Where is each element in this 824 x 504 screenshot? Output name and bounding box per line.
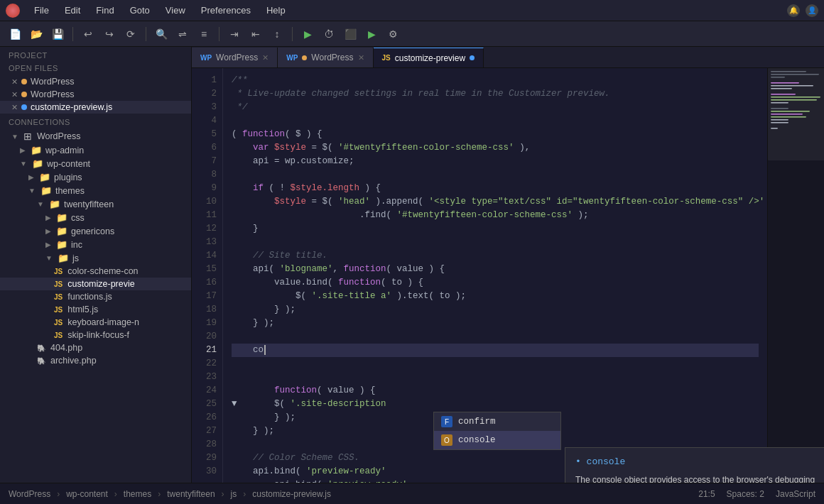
tree-wp-content[interactable]: ▼ 📁 wp-content	[0, 157, 191, 170]
tree-genericons[interactable]: ▶ 📁 genericons	[0, 224, 191, 238]
tab-wordpress-1[interactable]: WP WordPress ✕	[192, 48, 278, 67]
tree-color-scheme[interactable]: JS color-scheme-con	[0, 265, 191, 278]
redo-button[interactable]: ↪	[100, 25, 119, 43]
expand-arrow-plugins: ▶	[28, 173, 34, 181]
file-label-color-scheme: color-scheme-con	[67, 266, 138, 276]
play-button[interactable]: ▶	[362, 25, 381, 43]
tree-functions-js[interactable]: JS functions.js	[0, 290, 191, 303]
open-button[interactable]: 📂	[27, 25, 45, 43]
outdent-button[interactable]: ⇤	[246, 25, 265, 43]
connection-icon: ⊞	[23, 131, 32, 142]
notification-icon[interactable]: 🔔	[787, 4, 800, 17]
expand-arrow-css: ▶	[45, 214, 51, 221]
tab-js-icon: JS	[382, 54, 391, 62]
modified-dot-3	[21, 104, 27, 110]
tree-keyboard-image[interactable]: JS keyboard-image-n	[0, 316, 191, 329]
close-icon-2[interactable]: ✕	[11, 90, 18, 99]
tree-archive[interactable]: 🐘 archive.php	[0, 354, 191, 367]
menu-edit[interactable]: Edit	[58, 4, 87, 17]
tree-html5[interactable]: JS html5.js	[0, 303, 191, 316]
open-file-wordpress-2[interactable]: ✕ WordPress	[0, 88, 191, 101]
line-24: 24	[192, 384, 222, 398]
tab-customize-preview[interactable]: JS customize-preview	[374, 48, 484, 67]
tree-wp-admin[interactable]: ▶ 📁 wp-admin	[0, 143, 191, 157]
spaces-setting: Spaces: 2	[727, 489, 764, 499]
wrap-button[interactable]: ≡	[195, 25, 213, 43]
timer-button[interactable]: ⏱	[320, 25, 338, 43]
tree-css[interactable]: ▶ 📁 css	[0, 211, 191, 224]
breadcrumb-wp-content: wp-content	[66, 489, 108, 499]
line-19: 19	[192, 317, 222, 330]
search-button[interactable]: 🔍	[152, 25, 170, 43]
open-file-customize[interactable]: ✕ customize-preview.js	[0, 101, 191, 114]
tree-404[interactable]: 🐘 404.php	[0, 341, 191, 354]
expand-arrow-js: ▼	[45, 254, 53, 262]
toolbar-separator-1	[72, 27, 73, 41]
menu-find[interactable]: Find	[89, 4, 121, 17]
app-icon	[6, 4, 20, 18]
line-10: 10	[192, 195, 222, 209]
file-label-404: 404.php	[50, 343, 82, 353]
indent-button[interactable]: ⇥	[225, 25, 244, 43]
folder-label-genericons: genericons	[71, 226, 114, 236]
tooltip-description: The console object provides access to th…	[575, 473, 824, 483]
menu-goto[interactable]: Goto	[123, 4, 157, 17]
folder-icon-content: 📁	[32, 158, 43, 169]
replace-button[interactable]: ⇌	[173, 25, 192, 43]
tab-close-1[interactable]: ✕	[262, 53, 269, 62]
tab-close-2[interactable]: ✕	[358, 53, 364, 62]
ac-item-console[interactable]: O console	[434, 431, 560, 449]
expand-arrow-genericons: ▶	[45, 227, 51, 235]
menu-help[interactable]: Help	[259, 4, 293, 17]
tree-wordpress-connection[interactable]: ▼ ⊞ WordPress	[0, 129, 191, 143]
tooltip-panel: • console The console object provides ac…	[565, 447, 824, 483]
undo-button[interactable]: ↩	[79, 25, 97, 43]
line-6: 6	[192, 141, 222, 155]
tab-wordpress-2[interactable]: WP WordPress ✕	[278, 48, 373, 67]
settings-button[interactable]: ⚙	[384, 25, 402, 43]
line-15: 15	[192, 263, 222, 276]
line-22: 22	[192, 357, 222, 371]
sort-button[interactable]: ↕	[268, 25, 286, 43]
menu-bar: File Edit Find Goto View Preferences Hel…	[27, 4, 787, 17]
breadcrumb-wordpress: WordPress	[9, 489, 50, 499]
tree-twentyfifteen[interactable]: ▼ 📁 twentyfifteen	[0, 197, 191, 211]
folder-icon-admin: 📁	[31, 145, 42, 155]
php-file-icon-2: 🐘	[37, 357, 45, 365]
user-icon[interactable]: 👤	[806, 4, 818, 17]
camera-button[interactable]: ⬛	[341, 25, 359, 43]
tree-skip-link[interactable]: JS skip-link-focus-f	[0, 329, 191, 341]
new-file-button[interactable]: 📄	[6, 25, 24, 43]
ac-item-confirm[interactable]: F confirm	[434, 412, 560, 431]
line-16: 16	[192, 276, 222, 290]
title-bar-right: 🔔 👤	[787, 4, 818, 17]
line-29: 29	[192, 451, 222, 465]
file-label-customize-preview: customize-previe	[67, 279, 134, 289]
menu-preferences[interactable]: Preferences	[194, 4, 258, 17]
open-file-label-3: customize-preview.js	[31, 102, 112, 112]
open-file-wordpress-1[interactable]: ✕ WordPress	[0, 75, 191, 88]
line-4: 4	[192, 114, 222, 128]
close-icon-3[interactable]: ✕	[11, 103, 18, 112]
status-bar: WordPress › wp-content › themes › twenty…	[0, 483, 824, 504]
folder-icon-plugins: 📁	[39, 172, 50, 182]
menu-view[interactable]: View	[158, 4, 193, 17]
js-file-icon-1: JS	[54, 268, 63, 275]
modified-dot-2	[21, 92, 27, 97]
modified-dot-1	[21, 79, 27, 84]
menu-file[interactable]: File	[27, 4, 56, 17]
php-file-icon-1: 🐘	[37, 344, 45, 352]
save-button[interactable]: 💾	[48, 25, 67, 43]
tree-customize-preview[interactable]: JS customize-previe	[0, 278, 191, 290]
run-button[interactable]: ▶	[298, 25, 317, 43]
close-icon-1[interactable]: ✕	[11, 77, 18, 87]
autocomplete-dropdown: F confirm O console	[433, 412, 561, 450]
tree-themes[interactable]: ▼ 📁 themes	[0, 184, 191, 197]
file-label-archive: archive.php	[50, 356, 97, 366]
tree-js[interactable]: ▼ 📁 js	[0, 251, 191, 265]
tree-inc[interactable]: ▶ 📁 inc	[0, 238, 191, 251]
tree-plugins[interactable]: ▶ 📁 plugins	[0, 170, 191, 184]
toolbar-separator-4	[292, 27, 293, 41]
tab-modified-dot	[302, 55, 307, 60]
refresh-button[interactable]: ⟳	[121, 25, 140, 43]
